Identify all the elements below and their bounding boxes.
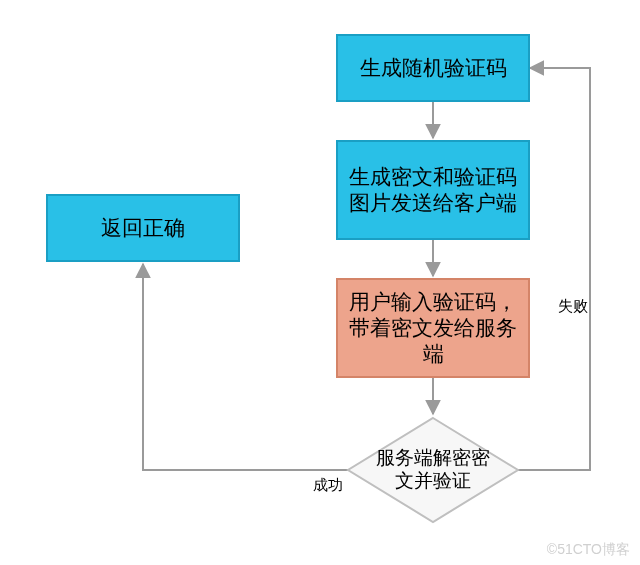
edge-label-success: 成功 bbox=[313, 476, 343, 495]
node-user-input: 用户输入验证码，带着密文发给服务端 bbox=[336, 278, 530, 378]
node-generate-cipher: 生成密文和验证码图片发送给客户端 bbox=[336, 140, 530, 240]
node-label: 返回正确 bbox=[101, 215, 185, 241]
node-return-correct: 返回正确 bbox=[46, 194, 240, 262]
node-label: 生成随机验证码 bbox=[360, 55, 507, 81]
edge-n4-n5 bbox=[143, 264, 348, 470]
watermark: ©51CTO博客 bbox=[547, 541, 630, 559]
node-label: 服务端解密密文并验证 bbox=[346, 416, 520, 524]
node-generate-code: 生成随机验证码 bbox=[336, 34, 530, 102]
node-label: 用户输入验证码，带着密文发给服务端 bbox=[346, 289, 520, 368]
node-label: 生成密文和验证码图片发送给客户端 bbox=[346, 164, 520, 217]
edge-n4-n1 bbox=[518, 68, 590, 470]
edge-label-failure: 失败 bbox=[558, 297, 588, 316]
node-verify: 服务端解密密文并验证 bbox=[346, 416, 520, 524]
